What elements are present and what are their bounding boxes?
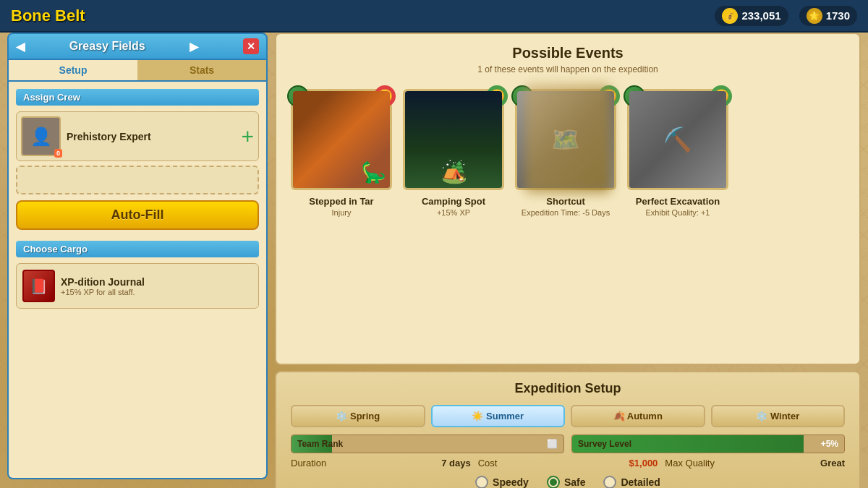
currency-display: 💰 233,051 🌟 1730 <box>715 6 857 26</box>
panel-close-button[interactable]: ✕ <box>243 38 259 54</box>
duration-label: Duration <box>291 458 326 468</box>
radio-speedy <box>475 476 488 488</box>
detail-stats: Duration 7 days Cost $1,000 Max Quality … <box>291 458 845 468</box>
main-content: Possible Events 1 of these events will h… <box>275 33 861 481</box>
next-location-button[interactable]: ▶ <box>190 40 198 53</box>
event-card-tar[interactable]: 6 😠 Stepped in Tar Injury <box>291 89 392 217</box>
coin-currency: 💰 233,051 <box>715 6 788 26</box>
event-name-tar: Stepped in Tar <box>291 196 392 207</box>
season-winter[interactable]: ❄️ Winter <box>711 405 846 427</box>
event-art-camp <box>405 91 502 188</box>
crew-avatar: 👤 0 <box>21 116 61 156</box>
cost-label: Cost <box>478 458 498 468</box>
crew-name: Prehistory Expert <box>67 131 151 142</box>
season-summer[interactable]: ☀️ Summer <box>431 405 566 427</box>
assign-crew-header: Assign Crew <box>16 89 259 106</box>
speed-safe[interactable]: Safe <box>547 476 586 488</box>
event-effect-camp: +15% XP <box>403 208 504 217</box>
quality-label: Max Quality <box>665 458 715 468</box>
speed-options: Speedy Safe Detailed <box>291 476 845 488</box>
event-card-image-excavation: 8 😊 ⛏️ <box>627 89 728 190</box>
cargo-desc: +15% XP for all staff. <box>61 288 145 296</box>
expedition-setup: Expedition Setup ❄️ Spring ☀️ Summer 🍂 A… <box>275 371 861 488</box>
events-subtitle: 1 of these events will happen on the exp… <box>287 64 848 74</box>
event-art-tar <box>293 91 390 188</box>
event-card-image-camp: 😊 <box>403 89 504 190</box>
speed-detailed-label: Detailed <box>621 476 660 488</box>
speed-safe-label: Safe <box>564 476 586 488</box>
radio-safe <box>547 476 560 488</box>
panel-tabs: Setup Stats <box>7 60 268 82</box>
cargo-name: XP-dition Journal <box>61 276 145 288</box>
team-rank-bar: Team Rank ⬜ <box>291 435 564 453</box>
survey-level-label: Survey Level <box>578 439 631 449</box>
add-crew-button[interactable]: + <box>241 126 254 147</box>
tab-stats[interactable]: Stats <box>137 60 266 80</box>
event-name-excavation: Perfect Excavation <box>627 196 728 207</box>
page-title: Bone Belt <box>11 7 85 25</box>
season-buttons: ❄️ Spring ☀️ Summer 🍂 Autumn ❄️ Winter <box>291 405 845 427</box>
cargo-area: Choose Cargo 📕 XP-dition Journal +15% XP… <box>16 241 259 309</box>
left-panel: ◀ Greasy Fields ▶ ✕ Setup Stats Assign C… <box>7 33 268 481</box>
panel-body: Assign Crew 👤 0 Prehistory Expert + Auto… <box>7 82 268 479</box>
crew-badge: 0 <box>54 149 62 158</box>
panel-header: ◀ Greasy Fields ▶ ✕ <box>7 33 268 60</box>
event-name-camp: Camping Spot <box>403 196 504 207</box>
event-card-excavation[interactable]: 8 😊 ⛏️ Perfect Excavation Exhibit Qualit… <box>627 89 728 217</box>
radio-detailed <box>603 476 616 488</box>
cargo-icon: 📕 <box>22 270 55 302</box>
event-card-image-tar: 6 😠 <box>291 89 392 190</box>
survey-bonus: +5% <box>821 439 838 449</box>
cost-stat: Cost $1,000 <box>478 458 658 468</box>
empty-crew-slot <box>16 166 259 194</box>
quality-value: Great <box>820 458 845 468</box>
crew-area: Assign Crew 👤 0 Prehistory Expert + Auto… <box>16 89 259 230</box>
cargo-info: XP-dition Journal +15% XP for all staff. <box>61 276 145 296</box>
duration-stat: Duration 7 days <box>291 458 471 468</box>
coin-value: 233,051 <box>741 9 780 22</box>
tab-setup[interactable]: Setup <box>9 60 137 80</box>
survey-level-bar: Survey Level +5% <box>571 435 845 453</box>
setup-title: Expedition Setup <box>291 381 845 396</box>
blurred-card <box>524 85 611 193</box>
events-panel: Possible Events 1 of these events will h… <box>275 33 861 365</box>
stats-row: Team Rank ⬜ Survey Level +5% <box>291 435 845 453</box>
speed-detailed[interactable]: Detailed <box>603 476 660 488</box>
gem-icon: 🌟 <box>807 8 822 24</box>
event-effect-tar: Injury <box>291 208 392 217</box>
event-effect-excavation: Exhibit Quality: +1 <box>627 208 728 217</box>
team-rank-label: Team Rank <box>297 439 343 449</box>
top-bar: Bone Belt 💰 233,051 🌟 1730 <box>0 0 868 33</box>
crew-member-slot: 👤 0 Prehistory Expert + <box>16 111 259 161</box>
season-autumn[interactable]: 🍂 Autumn <box>571 405 705 427</box>
quality-stat: Max Quality Great <box>665 458 845 468</box>
season-spring[interactable]: ❄️ Spring <box>291 405 425 427</box>
cost-value: $1,000 <box>629 458 658 468</box>
coin-icon: 💰 <box>722 8 738 24</box>
auto-fill-button[interactable]: Auto-Fill <box>16 200 259 230</box>
speed-speedy[interactable]: Speedy <box>475 476 529 488</box>
team-rank-icon: ⬜ <box>547 439 558 449</box>
gem-currency: 🌟 1730 <box>799 6 857 26</box>
events-title: Possible Events <box>287 45 848 61</box>
event-effect-shortcut: Expedition Time: -5 Days <box>515 208 616 217</box>
prev-location-button[interactable]: ◀ <box>16 40 25 53</box>
event-art-excavation: ⛏️ <box>629 91 726 188</box>
gem-value: 1730 <box>826 9 850 22</box>
event-card-camp[interactable]: 😊 Camping Spot +15% XP <box>403 89 504 217</box>
location-name: Greasy Fields <box>69 40 145 53</box>
speed-speedy-label: Speedy <box>493 476 529 488</box>
choose-cargo-header: Choose Cargo <box>16 241 259 257</box>
event-name-shortcut: Shortcut <box>515 196 616 207</box>
cargo-item: 📕 XP-dition Journal +15% XP for all staf… <box>16 263 259 309</box>
duration-value: 7 days <box>441 458 470 468</box>
